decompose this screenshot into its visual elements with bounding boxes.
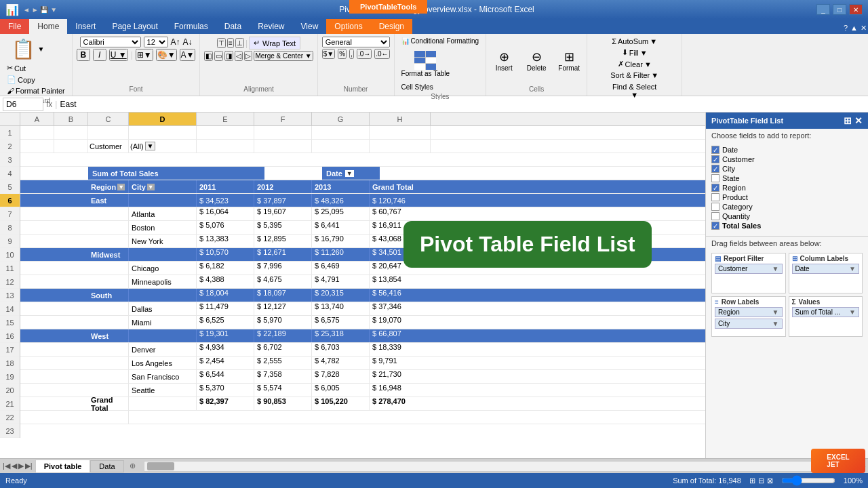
ribbon-close-icon[interactable]: ✕ xyxy=(861,24,867,33)
horizontal-scrollbar[interactable] xyxy=(144,461,854,472)
date-header[interactable]: Date ▼ xyxy=(322,167,380,180)
conditional-formatting-button[interactable]: 📊 Conditional Formatting xyxy=(399,37,482,45)
col-header-g[interactable]: G xyxy=(312,113,370,125)
field-checkbox-state[interactable] xyxy=(711,174,719,182)
grid-cell[interactable] xyxy=(88,343,129,356)
grid-cell[interactable] xyxy=(20,343,54,356)
percent-button[interactable]: % xyxy=(338,49,347,59)
ribbon-minimize-icon[interactable]: ▲ xyxy=(850,24,858,33)
grid-cell[interactable] xyxy=(54,180,88,193)
autosum-button[interactable]: Σ AutoSum ▼ xyxy=(609,37,660,46)
grid-cell[interactable] xyxy=(264,167,322,180)
grid-cell[interactable] xyxy=(20,221,54,234)
grid-cell[interactable] xyxy=(54,316,88,329)
grid-cell[interactable] xyxy=(129,153,197,166)
formula-input[interactable]: East xyxy=(60,100,865,109)
grid-cell[interactable] xyxy=(54,343,88,356)
grid-cell[interactable] xyxy=(54,167,88,180)
grid-cell[interactable] xyxy=(54,262,88,274)
grid-cell[interactable] xyxy=(88,126,129,139)
grid-cell[interactable] xyxy=(495,167,556,180)
city-header[interactable]: City ▼ xyxy=(129,180,197,193)
grid-cell[interactable] xyxy=(54,153,88,166)
grid-cell[interactable] xyxy=(20,289,54,302)
grid-cell[interactable] xyxy=(20,384,54,396)
cell-reference-input[interactable]: D6 xyxy=(3,98,43,111)
borders-button[interactable]: ⊞▼ xyxy=(136,49,153,61)
row-labels-city-arrow[interactable]: ▼ xyxy=(772,320,779,327)
close-button[interactable]: ✕ xyxy=(849,4,863,15)
grid-cell[interactable] xyxy=(88,221,129,234)
grid-cell[interactable] xyxy=(20,275,54,288)
font-color-button[interactable]: A▼ xyxy=(180,49,196,61)
align-right-button[interactable]: ◨ xyxy=(224,51,233,61)
tab-formulas[interactable]: Formulas xyxy=(166,19,216,34)
wrap-text-button[interactable]: ↵ Wrap Text xyxy=(249,37,300,49)
grid-cell[interactable] xyxy=(129,411,197,424)
increase-font-icon[interactable]: A↑ xyxy=(171,37,180,47)
grid-cell[interactable] xyxy=(20,235,54,247)
grid-cell[interactable] xyxy=(312,153,370,166)
grid-cell[interactable] xyxy=(20,357,54,369)
grid-cell[interactable] xyxy=(129,126,197,139)
normal-view-button[interactable]: ⊞ xyxy=(749,476,755,485)
date-filter-dropdown[interactable]: ▼ xyxy=(345,170,354,177)
sheet-nav-prev[interactable]: ◀ xyxy=(12,462,17,470)
south-region-cell[interactable]: South xyxy=(88,289,129,302)
grid-cell[interactable] xyxy=(54,384,88,396)
grid-cell[interactable] xyxy=(88,370,129,383)
sheet-nav-next[interactable]: ▶ xyxy=(18,462,24,470)
copy-button[interactable]: 📄 Copy xyxy=(4,75,38,85)
increase-decimal-button[interactable]: .0→ xyxy=(357,49,372,59)
tab-view[interactable]: View xyxy=(293,19,327,34)
city-filter-dropdown[interactable]: ▼ xyxy=(147,184,155,190)
col-header-h[interactable]: H xyxy=(370,113,431,125)
grid-cell[interactable] xyxy=(54,207,88,220)
field-checkbox-city[interactable]: ✓ xyxy=(711,165,719,173)
grid-cell[interactable] xyxy=(88,357,129,369)
values-dropdown-arrow[interactable]: ▼ xyxy=(849,308,856,316)
font-size-select[interactable]: 12 xyxy=(144,37,168,47)
grid-cell[interactable] xyxy=(88,411,129,424)
col-header-e[interactable]: E xyxy=(197,113,254,125)
grid-cell[interactable] xyxy=(88,235,129,247)
format-painter-button[interactable]: 🖌 Format Painter xyxy=(4,86,68,96)
field-checkbox-quantity[interactable] xyxy=(711,212,719,220)
grid-cell[interactable] xyxy=(54,194,88,207)
comma-button[interactable]: , xyxy=(349,49,354,59)
sheet-nav-last[interactable]: ▶| xyxy=(25,462,33,470)
grid-cell[interactable] xyxy=(20,248,54,261)
zoom-slider[interactable] xyxy=(781,475,835,486)
col-header-c[interactable]: C xyxy=(88,113,129,125)
grid-cell[interactable] xyxy=(88,262,129,274)
grid-cell[interactable] xyxy=(197,140,254,152)
values-item[interactable]: Sum of Total ... ▼ xyxy=(792,307,860,317)
page-break-view-button[interactable]: ⊠ xyxy=(767,476,773,485)
help-icon[interactable]: ? xyxy=(844,24,848,33)
italic-button[interactable]: I xyxy=(93,49,106,61)
grid-cell[interactable] xyxy=(54,235,88,247)
decrease-indent-button[interactable]: ◁ xyxy=(235,51,243,61)
grid-cell[interactable] xyxy=(54,221,88,234)
clear-button[interactable]: ✗ Clear ▼ xyxy=(615,59,654,69)
align-left-button[interactable]: ◧ xyxy=(204,51,213,61)
col-header-f[interactable]: F xyxy=(254,113,312,125)
number-format-select[interactable]: General xyxy=(322,37,390,47)
grid-cell[interactable] xyxy=(54,370,88,383)
grid-cell[interactable] xyxy=(20,153,54,166)
decrease-font-icon[interactable]: A↓ xyxy=(183,37,193,47)
grid-cell[interactable] xyxy=(54,302,88,315)
east-region-cell[interactable]: East xyxy=(88,194,129,207)
grid-cell[interactable] xyxy=(54,126,88,139)
grid-cell[interactable] xyxy=(312,140,370,152)
grid-cell[interactable] xyxy=(370,140,431,152)
align-center-button[interactable]: ▭ xyxy=(214,51,223,61)
grid-cell[interactable] xyxy=(88,316,129,329)
field-checkbox-customer[interactable]: ✓ xyxy=(711,155,719,163)
report-filter-dropdown-arrow[interactable]: ▼ xyxy=(772,265,779,272)
grid-cell[interactable] xyxy=(129,329,197,342)
grid-cell[interactable] xyxy=(54,357,88,369)
fill-color-button[interactable]: 🎨▼ xyxy=(156,49,177,61)
page-layout-view-button[interactable]: ⊟ xyxy=(758,476,764,485)
grid-cell[interactable] xyxy=(54,329,88,342)
